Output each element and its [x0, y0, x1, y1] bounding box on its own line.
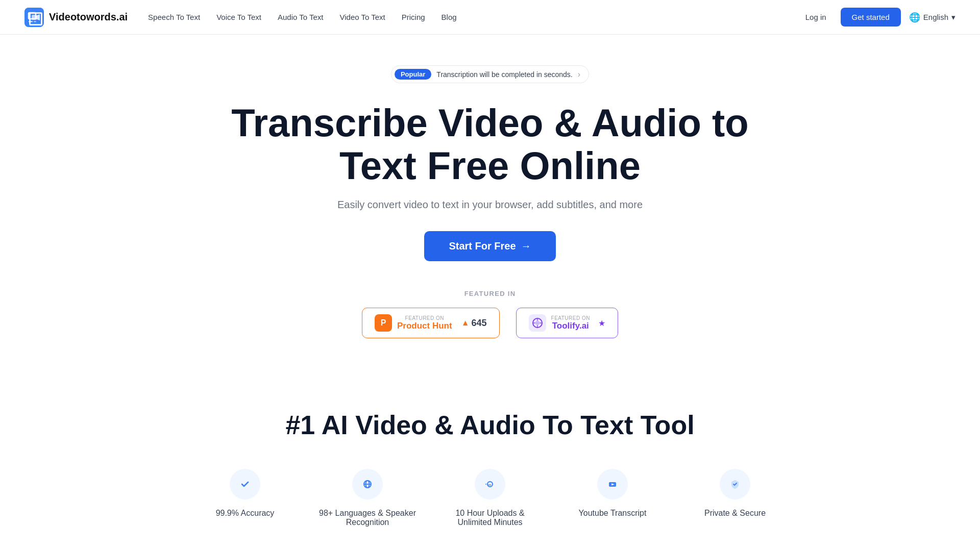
- featured-label: FEATURED IN: [464, 290, 516, 297]
- youtube-label: Youtube Transcript: [579, 509, 647, 518]
- nav-right: Log in Get started 🌐 English ▾: [799, 8, 955, 27]
- features-section: #1 AI Video & Audio To Text Tool 99.9% A…: [0, 379, 980, 547]
- logo-icon: [24, 8, 44, 27]
- features-grid: 99.9% Accuracy 98+ Languages & Speaker R…: [24, 469, 955, 527]
- product-hunt-icon: P: [375, 314, 392, 332]
- logo-text: Videotowords.ai: [49, 11, 128, 23]
- arrow-right-icon: →: [521, 240, 531, 252]
- svg-rect-0: [24, 8, 44, 27]
- language-label: English: [923, 13, 948, 21]
- accuracy-icon-circle: [230, 469, 260, 499]
- nav-links: Speech To Text Voice To Text Audio To Te…: [148, 13, 457, 21]
- hero-section: Popular Transcription will be completed …: [0, 35, 980, 379]
- ph-featured-on-label: FEATURED ON: [397, 315, 452, 321]
- featured-section: FEATURED IN P FEATURED ON Product Hunt ▲…: [362, 290, 618, 338]
- ph-count-value: 645: [472, 318, 487, 329]
- toolify-info: FEATURED ON Toolify.ai: [551, 315, 590, 331]
- private-icon-circle: [720, 469, 750, 499]
- nav-link-voice[interactable]: Voice To Text: [216, 13, 261, 21]
- uploads-label: 10 Hour Uploads & Unlimited Minutes: [439, 509, 541, 527]
- accuracy-label: 99.9% Accuracy: [216, 509, 275, 518]
- feature-accuracy: 99.9% Accuracy: [184, 469, 306, 527]
- navbar: Videotowords.ai Speech To Text Voice To …: [0, 0, 980, 35]
- toolify-star-icon: ★: [598, 318, 605, 328]
- svg-point-5: [535, 321, 540, 325]
- nav-left: Videotowords.ai Speech To Text Voice To …: [24, 8, 457, 27]
- feature-languages: 98+ Languages & Speaker Recognition: [306, 469, 429, 527]
- feature-youtube: Youtube Transcript: [551, 469, 674, 527]
- start-for-free-label: Start For Free: [449, 240, 516, 252]
- flag-icon: 🌐: [909, 12, 920, 23]
- toolify-icon: [529, 314, 546, 332]
- svg-text:∞: ∞: [488, 482, 492, 487]
- toolify-badge[interactable]: FEATURED ON Toolify.ai ★: [516, 308, 618, 338]
- get-started-button[interactable]: Get started: [841, 8, 901, 27]
- featured-badges: P FEATURED ON Product Hunt ▲ 645: [362, 308, 618, 338]
- svg-rect-3: [34, 21, 36, 22]
- ph-arrow-icon: ▲: [461, 318, 470, 328]
- languages-label: 98+ Languages & Speaker Recognition: [316, 509, 419, 527]
- nav-link-audio[interactable]: Audio To Text: [278, 13, 324, 21]
- toolify-name-label: Toolify.ai: [551, 321, 590, 331]
- features-title: #1 AI Video & Audio To Text Tool: [24, 410, 955, 440]
- login-button[interactable]: Log in: [799, 9, 832, 26]
- nav-link-blog[interactable]: Blog: [442, 13, 457, 21]
- svg-rect-2: [29, 21, 33, 22]
- start-for-free-button[interactable]: Start For Free →: [424, 231, 555, 261]
- announcement-badge[interactable]: Popular Transcription will be completed …: [391, 65, 589, 83]
- ph-count: ▲ 645: [461, 318, 487, 329]
- hero-title: Transcribe Video & Audio to Text Free On…: [209, 102, 771, 187]
- badge-text: Transcription will be completed in secon…: [436, 70, 572, 79]
- nav-link-pricing[interactable]: Pricing: [402, 13, 425, 21]
- hero-subtitle: Easily convert video to text in your bro…: [337, 199, 643, 211]
- product-hunt-info: FEATURED ON Product Hunt: [397, 315, 452, 331]
- svg-point-6: [238, 477, 252, 491]
- badge-popular-label: Popular: [395, 69, 431, 80]
- feature-uploads: ∞ 10 Hour Uploads & Unlimited Minutes: [429, 469, 551, 527]
- private-label: Private & Secure: [704, 509, 766, 518]
- badge-arrow-icon: ›: [578, 70, 580, 79]
- nav-link-speech[interactable]: Speech To Text: [148, 13, 200, 21]
- ph-name-label: Product Hunt: [397, 321, 452, 331]
- languages-icon-circle: [352, 469, 383, 499]
- toolify-featured-on-label: FEATURED ON: [551, 315, 590, 321]
- language-selector[interactable]: 🌐 English ▾: [909, 12, 955, 23]
- youtube-icon-circle: [597, 469, 628, 499]
- logo[interactable]: Videotowords.ai: [24, 8, 128, 27]
- svg-rect-1: [29, 13, 36, 19]
- chevron-down-icon: ▾: [951, 13, 955, 22]
- nav-link-video[interactable]: Video To Text: [340, 13, 385, 21]
- uploads-icon-circle: ∞: [475, 469, 505, 499]
- product-hunt-badge[interactable]: P FEATURED ON Product Hunt ▲ 645: [362, 308, 500, 338]
- feature-private: Private & Secure: [674, 469, 796, 527]
